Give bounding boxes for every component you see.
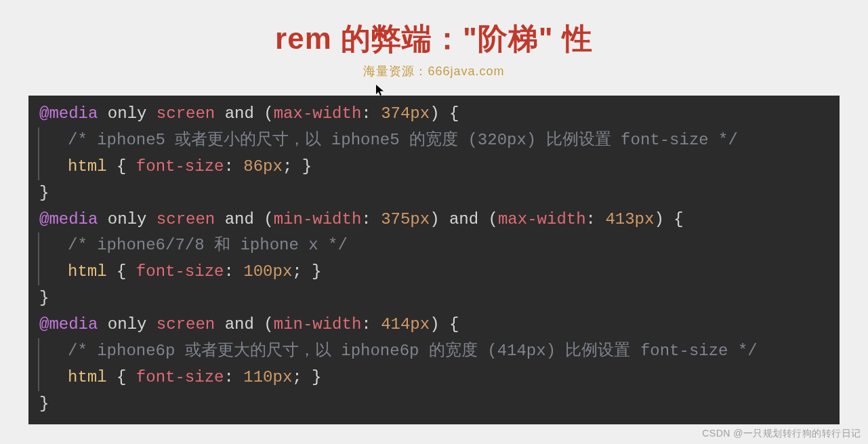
token-plain: : bbox=[224, 262, 243, 281]
token-plain: only bbox=[98, 210, 156, 228]
token-value: 374px bbox=[381, 104, 430, 123]
code-line: @media only screen and (max-width: 374px… bbox=[28, 101, 840, 127]
token-brace: ; } bbox=[283, 157, 312, 176]
code-line: /* iphone5 或者更小的尺寸，以 iphone5 的宽度 (320px)… bbox=[38, 127, 840, 154]
code-line: @media only screen and (min-width: 414px… bbox=[28, 312, 840, 338]
token-property: max-width bbox=[498, 210, 586, 228]
code-line: html { font-size: 100px; } bbox=[38, 259, 840, 285]
token-plain: : bbox=[586, 210, 606, 228]
token-brace: } bbox=[39, 289, 49, 307]
token-plain: and ( bbox=[215, 104, 273, 123]
code-line: html { font-size: 110px; } bbox=[38, 365, 840, 391]
code-line: } bbox=[28, 180, 840, 207]
mouse-cursor-icon bbox=[375, 84, 385, 96]
token-comment: /* iphone6/7/8 和 iphone x */ bbox=[68, 236, 348, 254]
code-line: html { font-size: 86px; } bbox=[38, 154, 840, 180]
code-block: @media only screen and (max-width: 374px… bbox=[28, 96, 840, 424]
slide-subtitle: 海量资源：666java.com bbox=[0, 63, 868, 79]
token-value: 86px bbox=[243, 157, 283, 176]
token-brace: { bbox=[107, 262, 136, 281]
token-plain: : bbox=[361, 315, 381, 334]
token-brace: ) { bbox=[430, 315, 459, 334]
token-plain: and ( bbox=[215, 315, 273, 334]
token-brace: { bbox=[107, 157, 136, 176]
token-plain: : bbox=[361, 210, 381, 228]
token-keyword: @media bbox=[39, 104, 98, 123]
watermark: CSDN @一只规划转行狗的转行日记 bbox=[702, 428, 861, 440]
token-type: screen bbox=[157, 210, 215, 228]
slide-title: rem 的弊端："阶梯" 性 bbox=[0, 0, 868, 59]
token-plain: : bbox=[361, 104, 381, 123]
token-value: 414px bbox=[381, 315, 430, 334]
token-property: font-size bbox=[136, 157, 224, 176]
token-plain: : bbox=[224, 368, 243, 386]
token-value: 100px bbox=[243, 262, 292, 281]
token-plain: only bbox=[98, 104, 156, 123]
token-brace: ; } bbox=[292, 262, 321, 281]
token-property: font-size bbox=[136, 262, 224, 281]
token-value: 413px bbox=[605, 210, 654, 228]
token-value: 110px bbox=[243, 368, 292, 386]
token-property: font-size bbox=[136, 368, 224, 386]
token-keyword: @media bbox=[39, 315, 98, 334]
token-selector: html bbox=[68, 157, 107, 176]
token-keyword: @media bbox=[39, 210, 98, 228]
token-type: screen bbox=[157, 104, 215, 123]
token-plain: only bbox=[98, 315, 156, 334]
code-line: } bbox=[28, 285, 840, 312]
code-line: } bbox=[28, 391, 840, 418]
code-line: @media only screen and (min-width: 375px… bbox=[28, 207, 840, 233]
token-comment: /* iphone6p 或者更大的尺寸，以 iphone6p 的宽度 (414p… bbox=[68, 342, 758, 360]
code-line: /* iphone6/7/8 和 iphone x */ bbox=[38, 233, 840, 259]
token-plain: ) and ( bbox=[430, 210, 498, 228]
token-brace: ) { bbox=[430, 104, 459, 123]
token-brace: { bbox=[107, 368, 136, 386]
token-type: screen bbox=[157, 315, 215, 334]
token-brace: } bbox=[39, 395, 49, 413]
token-plain: and ( bbox=[215, 210, 273, 228]
token-brace: ; } bbox=[292, 368, 321, 386]
code-line: /* iphone6p 或者更大的尺寸，以 iphone6p 的宽度 (414p… bbox=[38, 338, 840, 365]
token-property: min-width bbox=[274, 210, 362, 228]
token-selector: html bbox=[68, 368, 107, 386]
token-brace: } bbox=[39, 184, 49, 202]
token-property: max-width bbox=[274, 104, 362, 123]
token-plain: : bbox=[224, 157, 243, 176]
token-brace: ) { bbox=[654, 210, 683, 228]
token-value: 375px bbox=[381, 210, 430, 228]
token-property: min-width bbox=[274, 315, 362, 334]
token-comment: /* iphone5 或者更小的尺寸，以 iphone5 的宽度 (320px)… bbox=[68, 131, 738, 149]
token-selector: html bbox=[68, 262, 107, 281]
